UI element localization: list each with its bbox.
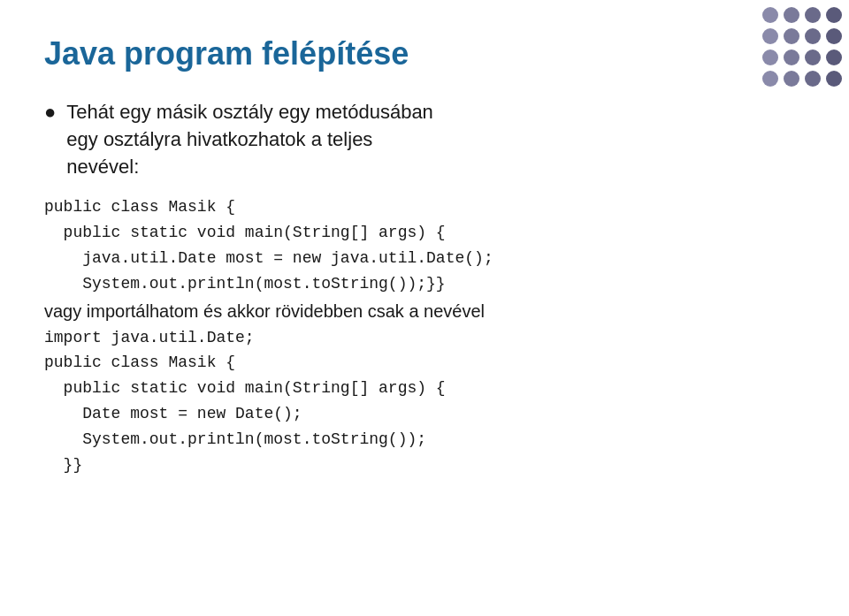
- code-line-11: }}: [44, 452, 805, 478]
- code-line-4: System.out.println(most.toString());}}: [44, 271, 805, 297]
- code-block: public class Masik { public static void …: [44, 194, 805, 477]
- bullet-section: ● Tehát egy másik osztály egy metódusába…: [44, 99, 805, 180]
- code-line-10: System.out.println(most.toString());: [44, 427, 805, 452]
- bullet-line-3: nevével:: [66, 154, 433, 181]
- slide-title: Java program felépítése: [44, 35, 805, 72]
- bullet-line-2: egy osztályra hivatkozhatok a teljes: [66, 126, 433, 154]
- code-line-8: public static void main(String[] args) {: [44, 376, 805, 401]
- code-line-1: public class Masik {: [44, 194, 805, 220]
- bullet-content: Tehát egy másik osztály egy metódusában …: [66, 99, 433, 180]
- bullet-icon: ●: [44, 101, 56, 124]
- bullet-line-1: Tehát egy másik osztály egy metódusában: [66, 99, 433, 126]
- decorative-circles: [743, 0, 849, 106]
- code-line-6: import java.util.Date;: [44, 325, 805, 351]
- slide: Java program felépítése ● Tehát egy mási…: [0, 0, 849, 616]
- code-line-2: public static void main(String[] args) {: [44, 220, 805, 246]
- code-line-3: java.util.Date most = new java.util.Date…: [44, 246, 805, 271]
- code-line-5: vagy importálhatom és akkor rövidebben c…: [44, 297, 805, 325]
- code-line-7: public class Masik {: [44, 350, 805, 376]
- code-line-9: Date most = new Date();: [44, 401, 805, 427]
